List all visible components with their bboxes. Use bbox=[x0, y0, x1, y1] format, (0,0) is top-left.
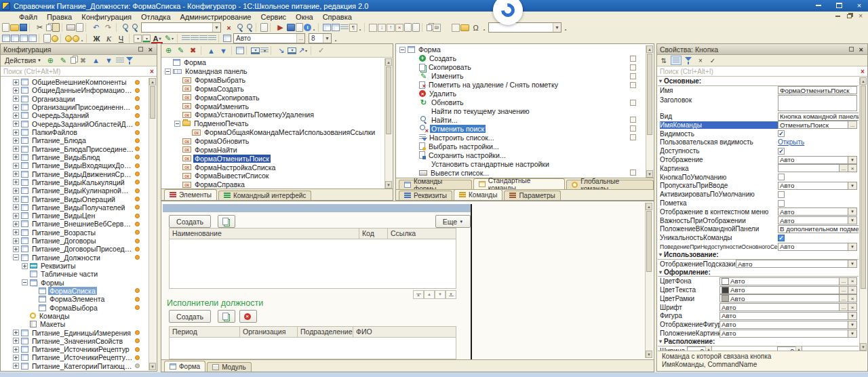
check-order-icon[interactable]: ✓ bbox=[315, 46, 327, 56]
toolbar-overflow-icon-5[interactable]: . bbox=[80, 34, 84, 43]
tab[interactable]: Командный интерфейс bbox=[218, 191, 311, 200]
window-combobox[interactable]: ▼ bbox=[488, 22, 561, 33]
paste-icon[interactable] bbox=[52, 23, 60, 32]
tree-item[interactable]: ФормаВыбрать bbox=[162, 76, 384, 85]
copy-object-icon[interactable] bbox=[71, 57, 76, 64]
find-icon[interactable] bbox=[130, 23, 139, 32]
tree-item[interactable]: Пометить на удаление / Снять пометку bbox=[397, 81, 646, 90]
align-right-icon[interactable] bbox=[199, 35, 208, 41]
form-splitter[interactable] bbox=[471, 204, 472, 359]
designer-scrollbar[interactable]: ▲ ▼ bbox=[645, 203, 652, 358]
clear-search-icon[interactable]: × bbox=[223, 23, 235, 33]
configuration-search[interactable]: Поиск (Ctrl+Alt+M) × bbox=[1, 66, 157, 77]
tree-item[interactable]: ФормаСоздать bbox=[162, 85, 384, 94]
scroll-down-icon[interactable]: ▼ bbox=[646, 170, 653, 178]
clear-icon[interactable]: × bbox=[848, 294, 857, 302]
tree-item[interactable]: ФормаВыбора bbox=[1, 303, 149, 311]
search-text-combobox[interactable]: ▼ bbox=[141, 22, 221, 33]
tree-item[interactable]: ПапкиФайлов bbox=[1, 128, 149, 136]
column-header[interactable]: ФИО bbox=[353, 327, 456, 337]
ellipsis-icon[interactable]: ... bbox=[296, 34, 304, 43]
tree-item[interactable]: Настроить список... bbox=[397, 133, 646, 142]
column-header[interactable]: Ссылка bbox=[388, 229, 456, 239]
tab[interactable]: Параметры bbox=[504, 191, 560, 200]
tree-item[interactable]: Питание_ВнешниеВебСервисы bbox=[1, 220, 149, 228]
syntax-check-icon[interactable] bbox=[332, 24, 340, 31]
form-settings-icon[interactable] bbox=[288, 47, 296, 54]
tree-item[interactable]: Табличные части bbox=[1, 270, 149, 278]
menu-item[interactable]: Файл bbox=[15, 13, 41, 21]
chevron-down-icon[interactable]: ▼ bbox=[848, 156, 857, 164]
tree-item[interactable]: Питание_ВидыВходящихДокументов bbox=[1, 161, 149, 170]
show-grid-icon[interactable] bbox=[2, 35, 10, 42]
tab[interactable]: Команды bbox=[454, 189, 502, 200]
tree-item[interactable]: Найти... bbox=[397, 116, 646, 125]
tree-item[interactable]: Обновить bbox=[397, 98, 646, 107]
expand-icon[interactable] bbox=[13, 213, 19, 219]
scroll-up-icon[interactable]: ▲ bbox=[860, 77, 867, 85]
minimize-button[interactable] bbox=[814, 1, 823, 9]
tree-item[interactable]: Выбрать настройки... bbox=[397, 142, 646, 151]
tree-item[interactable]: Отменить поиск bbox=[397, 124, 646, 133]
find-previous-icon[interactable] bbox=[245, 23, 254, 32]
expand-icon[interactable] bbox=[13, 221, 19, 227]
merge-files-icon[interactable] bbox=[412, 23, 420, 32]
expand-icon[interactable] bbox=[13, 138, 19, 144]
section-appearance[interactable]: Оформление: bbox=[658, 269, 859, 277]
ellipsis-icon[interactable]: ... bbox=[840, 294, 848, 302]
section-layout[interactable]: Расположение: bbox=[658, 338, 859, 346]
tree-item[interactable]: ФормаСписка bbox=[1, 287, 149, 295]
command-checkbox[interactable] bbox=[630, 100, 636, 106]
insert-picture-icon[interactable] bbox=[43, 34, 51, 43]
tab[interactable]: Элементы bbox=[164, 189, 217, 200]
command-checkbox[interactable] bbox=[630, 125, 636, 132]
menu-item[interactable]: Сервис bbox=[256, 13, 290, 21]
expand-icon[interactable] bbox=[13, 79, 19, 85]
tree-item[interactable]: Питание_ИсточникиРецептур bbox=[1, 345, 149, 353]
tree-item[interactable]: ФормаОтменитьПоиск bbox=[162, 154, 384, 163]
name-input[interactable]: ФормаОтменитьПоиск bbox=[778, 86, 857, 94]
compare-files-icon[interactable] bbox=[404, 23, 412, 32]
chevron-down-icon[interactable]: ▼ bbox=[848, 243, 857, 251]
expand-icon[interactable] bbox=[13, 121, 19, 127]
close-button[interactable]: × bbox=[854, 1, 864, 9]
edit-text-icon[interactable] bbox=[296, 23, 303, 32]
tree-item[interactable]: ФормаОбновить bbox=[162, 137, 384, 146]
filter-properties-icon[interactable] bbox=[683, 56, 694, 65]
close-panel-icon[interactable]: × bbox=[147, 45, 154, 54]
ellipsis-icon[interactable]: ... bbox=[840, 277, 848, 285]
copy-icon[interactable] bbox=[46, 24, 52, 31]
font-color-icon[interactable]: А bbox=[151, 34, 163, 43]
tree-item[interactable]: Сохранить настройки... bbox=[397, 151, 646, 159]
command-checkbox[interactable] bbox=[630, 73, 636, 79]
expand-icon[interactable] bbox=[13, 113, 19, 119]
column-header[interactable]: Организация bbox=[240, 327, 298, 337]
clear-search-icon[interactable]: × bbox=[858, 68, 867, 75]
tree-item[interactable]: ФормаОбщаяКомандаМестаИспользованияСсылк… bbox=[162, 128, 384, 137]
section-usage[interactable]: Использование: bbox=[658, 251, 859, 260]
tree-item[interactable]: ФормаНастройкаСписка bbox=[162, 163, 384, 172]
tree-item[interactable]: Вывести список... bbox=[397, 168, 646, 177]
ellipsis-icon[interactable]: ... bbox=[840, 286, 848, 294]
add-object-icon[interactable]: ⊕ bbox=[45, 56, 56, 65]
tree-item[interactable]: Питание_ВидыКалькуляций bbox=[1, 178, 149, 186]
scroll-up-icon[interactable]: ▲ bbox=[149, 78, 156, 85]
align-center-icon[interactable] bbox=[191, 35, 199, 41]
clear-icon[interactable]: × bbox=[848, 164, 857, 172]
delete-button-2[interactable] bbox=[239, 310, 257, 323]
list-table-body[interactable] bbox=[170, 239, 456, 288]
create-button[interactable]: Создать bbox=[169, 215, 211, 228]
tree-item[interactable]: Форма bbox=[162, 58, 384, 67]
list-table[interactable]: НаименованиеКодСсылка bbox=[169, 228, 456, 289]
picture-input[interactable] bbox=[778, 164, 840, 172]
properties-search[interactable]: Поиск (Ctrl+Alt+I) × bbox=[657, 66, 867, 77]
copy-button-2[interactable] bbox=[218, 310, 235, 323]
tree-item[interactable]: Питание_КатегорииПитающихся bbox=[1, 362, 149, 370]
toolbar-overflow-icon-3[interactable]: . bbox=[482, 23, 486, 33]
mdi-minimize-button[interactable] bbox=[835, 16, 840, 17]
column-header[interactable]: Код bbox=[359, 229, 388, 239]
menu-item[interactable]: Отладка bbox=[137, 13, 174, 21]
sort-list-icon[interactable] bbox=[116, 58, 124, 64]
scroll-thumb[interactable] bbox=[386, 66, 391, 134]
view-mode-icon[interactable] bbox=[260, 47, 269, 54]
